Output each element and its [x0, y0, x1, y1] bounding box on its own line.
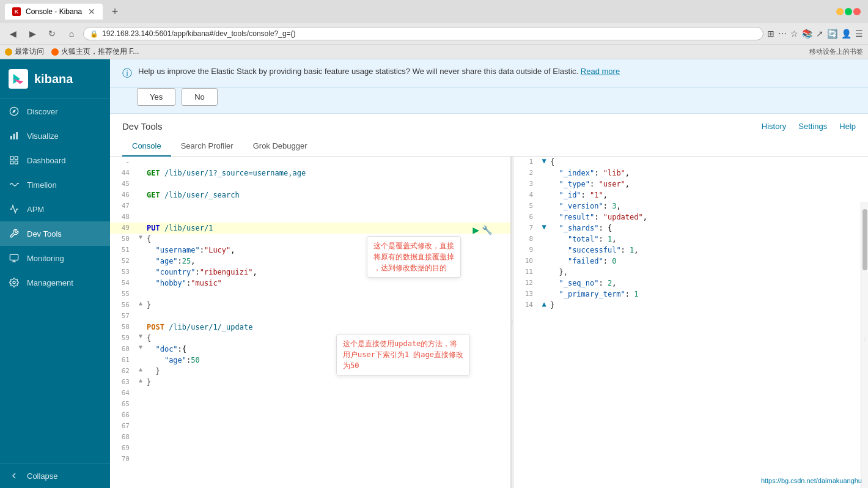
browser-titlebar: K Console - Kibana ✕ + — [0, 0, 868, 23]
editor-line: 47 — [110, 201, 510, 212]
svg-rect-2 — [10, 136, 12, 139]
tab-console[interactable]: Console — [122, 136, 171, 157]
sidebar-item-visualize[interactable]: Visualize — [0, 124, 110, 148]
tab-title: Console - Kibana — [26, 7, 82, 16]
compass-icon — [9, 106, 20, 117]
app-layout: kibana Discover Visualize Dashboard Time — [0, 59, 868, 488]
editor-line: 56 ▲ } — [110, 300, 510, 311]
result-line: 5 "_version": 3, — [513, 201, 868, 212]
mobile-bookmark-label: 移动设备上的书签 — [809, 47, 863, 56]
sidebar-item-monitoring[interactable]: Monitoring — [0, 246, 110, 270]
browser-nav: ◀ ▶ ↻ ⌂ 🔒 192.168.23.140:5601/app/kibana… — [0, 23, 868, 44]
editor-line: - — [110, 157, 510, 168]
sidebar-item-devtools[interactable]: Dev Tools — [0, 221, 110, 246]
sidebar-item-monitoring-label: Monitoring — [27, 254, 64, 263]
svg-marker-1 — [12, 109, 16, 113]
bookmarks-icon[interactable]: 📚 — [802, 29, 812, 39]
win-maximize-button[interactable] — [845, 8, 852, 15]
editor-line: 64 — [110, 388, 510, 399]
svg-point-12 — [13, 281, 15, 284]
tab-close-button[interactable]: ✕ — [88, 7, 95, 17]
editor-line-49: 49 PUT /lib/user/1 ▶ 🔧 — [110, 223, 510, 234]
editor-line: 50 ▼ { — [110, 234, 510, 245]
result-line: 8 "total": 1, — [513, 234, 868, 245]
result-line: 2 "_index": "lib", — [513, 168, 868, 179]
home-button[interactable]: ⌂ — [64, 26, 79, 42]
win-minimize-button[interactable] — [836, 8, 844, 15]
menu-dots-icon[interactable]: ⋯ — [778, 29, 787, 39]
main-content: ⓘ Help us improve the Elastic Stack by p… — [110, 59, 868, 488]
bookmark-firefox[interactable]: 火狐主页，推荐使用 F... — [51, 46, 139, 57]
editor-line: 58 POST /lib/user/1/_update — [110, 322, 510, 333]
devtools-tabs: Console Search Profiler Grok Debugger — [110, 136, 868, 157]
grid-icon — [9, 155, 20, 166]
wave-icon — [9, 179, 20, 190]
sidebar-collapse-button[interactable]: Collapse — [0, 464, 110, 488]
back-button[interactable]: ◀ — [5, 26, 21, 42]
editor-line: 46 GET /lib/user/_search — [110, 190, 510, 201]
user-icon[interactable]: 👤 — [841, 29, 851, 39]
lock-icon: 🔒 — [90, 30, 98, 38]
wrench-button[interactable]: 🔧 — [482, 225, 492, 235]
refresh-button[interactable]: ↻ — [44, 26, 60, 42]
bookmark-frequent[interactable]: 最常访问 — [5, 46, 44, 57]
run-button[interactable]: ▶ — [473, 223, 479, 236]
devtools-header: Dev Tools History Settings Help — [110, 114, 868, 131]
activity-icon — [9, 204, 20, 215]
devtools-actions: History Settings Help — [762, 122, 856, 131]
hamburger-icon[interactable]: ☰ — [855, 29, 863, 39]
editor-pane: - 44 GET /lib/user/1?_source=username,ag… — [110, 157, 511, 488]
sidebar-logo: kibana — [0, 59, 110, 99]
result-line: 14 ▲ } — [513, 300, 868, 311]
editor-line: 57 — [110, 311, 510, 322]
sidebar: kibana Discover Visualize Dashboard Time — [0, 59, 110, 488]
sidebar-item-apm[interactable]: APM — [0, 197, 110, 221]
svg-rect-5 — [10, 157, 13, 160]
result-line: 7 ▼ "_shards": { — [513, 223, 868, 234]
devtools-title: Dev Tools — [122, 121, 762, 131]
editor-line: 53 "country":"ribenguizi", — [110, 267, 510, 278]
qr-icon[interactable]: ⊞ — [767, 29, 774, 39]
editor-line: 51 "username":"Lucy", — [110, 245, 510, 256]
sidebar-bottom: Collapse — [0, 463, 110, 488]
svg-rect-3 — [13, 134, 15, 139]
sidebar-item-timelion[interactable]: Timelion — [0, 172, 110, 197]
browser-bookmarks: 最常访问 火狐主页，推荐使用 F... 移动设备上的书签 — [0, 44, 868, 59]
kibana-logo-text: kibana — [34, 72, 73, 86]
result-line: 3 "_type": "user", — [513, 179, 868, 190]
settings-link[interactable]: Settings — [798, 122, 827, 131]
sidebar-item-management[interactable]: Management — [0, 270, 110, 295]
bookmark-favicon — [5, 48, 12, 56]
help-link[interactable]: Help — [839, 122, 856, 131]
result-line: 1 ▼ { — [513, 157, 868, 168]
history-link[interactable]: History — [762, 122, 786, 131]
browser-tab[interactable]: K Console - Kibana ✕ — [5, 4, 103, 20]
share-icon[interactable]: ↗ — [816, 29, 823, 39]
no-button[interactable]: No — [182, 88, 218, 106]
settings-icon — [9, 277, 20, 288]
result-body[interactable]: 1 ▼ { 2 "_index": "lib", 3 "_typ — [513, 157, 868, 488]
bookmark-star-icon[interactable]: ☆ — [790, 29, 798, 39]
result-pane: 1 ▼ { 2 "_index": "lib", 3 "_typ — [513, 157, 868, 488]
bookmark-firefox-label: 火狐主页，推荐使用 F... — [61, 46, 139, 57]
svg-rect-4 — [16, 132, 18, 139]
new-tab-button[interactable]: + — [108, 4, 122, 19]
editor-line: 54 "hobby":"music" — [110, 278, 510, 289]
svg-rect-8 — [15, 161, 18, 164]
sidebar-item-discover[interactable]: Discover — [0, 99, 110, 124]
sidebar-item-apm-label: APM — [27, 205, 44, 214]
browser-chrome: K Console - Kibana ✕ + ◀ ▶ ↻ ⌂ 🔒 192.168… — [0, 0, 868, 59]
bookmark-frequent-label: 最常访问 — [15, 46, 44, 57]
tab-search-profiler[interactable]: Search Profiler — [171, 136, 243, 157]
svg-rect-6 — [15, 157, 18, 160]
info-text: Help us improve the Elastic Stack by pro… — [138, 67, 856, 76]
sidebar-item-dashboard[interactable]: Dashboard — [0, 148, 110, 172]
forward-button[interactable]: ▶ — [24, 26, 40, 42]
sync-icon[interactable]: 🔄 — [827, 29, 837, 39]
tab-grok-debugger[interactable]: Grok Debugger — [243, 136, 317, 157]
editor-body[interactable]: - 44 GET /lib/user/1?_source=username,ag… — [110, 157, 510, 488]
win-close-button[interactable] — [853, 8, 861, 15]
address-bar[interactable]: 🔒 192.168.23.140:5601/app/kibana#/dev_to… — [83, 27, 763, 40]
read-more-link[interactable]: Read more — [581, 67, 620, 76]
yes-button[interactable]: Yes — [137, 88, 175, 106]
